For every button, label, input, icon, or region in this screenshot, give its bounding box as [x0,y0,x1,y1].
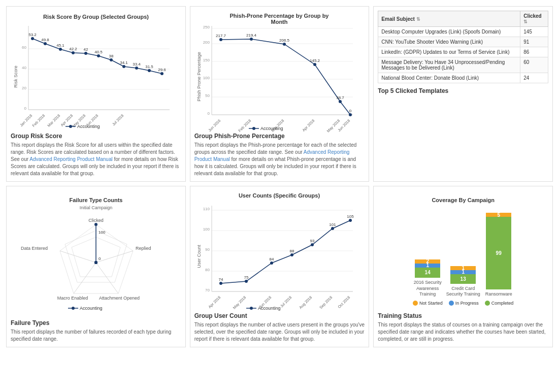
svg-text:Jul 2018: Jul 2018 [279,295,292,308]
svg-text:90: 90 [206,247,210,252]
svg-point-42 [69,125,72,128]
svg-text:38: 38 [109,54,113,58]
svg-text:145.2: 145.2 [310,58,320,63]
svg-text:150: 150 [203,58,210,62]
svg-text:100: 100 [203,227,210,232]
svg-text:Apr 2018: Apr 2018 [208,295,222,309]
coverage-section-title: Training Status [378,312,548,319]
legend-item: Not Started [413,301,443,306]
svg-point-18 [110,58,113,61]
email-cell: Desktop Computer Upgrades (Link) (Spoofs… [378,27,520,37]
failure-types-section-title: Failure Types [11,319,181,326]
svg-text:Month: Month [271,19,288,25]
svg-text:Data Entered: Data Entered [21,246,48,251]
table-row: LinkedIn: (GDPR) Updates to our Terms of… [378,47,548,57]
svg-text:Failure Type Counts: Failure Type Counts [69,197,122,203]
svg-point-144 [250,307,253,310]
svg-text:Risk Score: Risk Score [13,66,18,88]
svg-text:105: 105 [347,214,354,219]
svg-point-124 [270,262,273,265]
risk-score-link[interactable]: Advanced Reporting Product Manual [29,156,112,162]
user-counts-section-title: Group User Count [194,312,365,319]
bar-in-progress: 1 [450,270,476,274]
svg-point-106 [72,307,75,310]
failure-types-chart: Failure Type Counts Initial Campaign [11,190,181,319]
clicked-header: Clicked ⇅ [520,11,548,27]
phish-prone-desc: This report displays the Phish-prone per… [194,142,365,177]
coverage-desc: This report displays the status of cours… [378,321,548,343]
svg-point-20 [135,67,138,70]
svg-point-65 [339,100,342,103]
svg-point-16 [84,52,87,55]
svg-text:0: 0 [98,256,101,261]
failure-types-panel: Failure Type Counts Initial Campaign [6,186,186,347]
coverage-legend: Not StartedIn ProgressCompleted [413,301,513,306]
svg-point-12 [31,37,34,40]
svg-text:34.1: 34.1 [120,60,128,65]
legend-label: In Progress [455,301,479,306]
svg-point-21 [148,69,151,72]
svg-point-22 [160,72,163,75]
svg-text:Accounting: Accounting [80,306,103,311]
svg-text:Macro Enabled: Macro Enabled [57,296,88,301]
legend-color [449,301,454,306]
svg-text:Sep 2018: Sep 2018 [319,295,334,310]
legend-label: Completed [491,301,514,306]
svg-point-123 [245,280,248,283]
svg-text:Oct 2018: Oct 2018 [337,295,351,309]
svg-text:Jun 2016: Jun 2016 [208,118,222,133]
svg-text:100: 100 [203,76,210,80]
risk-score-svg: Risk Score By Group (Selected Groups) Ri… [12,11,180,133]
svg-text:93: 93 [310,239,315,243]
bar-completed: 99 [486,217,511,289]
svg-text:0: 0 [208,111,210,116]
bar-label: Ransomware [485,291,512,298]
top5-clicked-panel: Email Subject ⇅ Clicked ⇅ Desktop Comput… [373,6,553,182]
svg-text:Apr 2018: Apr 2018 [302,118,316,133]
svg-text:200: 200 [203,40,210,45]
svg-point-97 [94,261,97,264]
clicked-cell: 145 [520,27,548,37]
legend-label: Not Started [419,301,443,306]
svg-text:Accounting: Accounting [77,124,100,129]
svg-text:60: 60 [22,45,26,50]
svg-text:31.5: 31.5 [145,64,153,69]
clicked-cell: 60 [520,57,548,73]
svg-text:Accounting: Accounting [260,126,283,131]
user-counts-svg: User Counts (Specific Groups) User Count… [195,190,363,312]
bar-group: 1311Credit Card Security Training [445,266,481,298]
svg-text:88: 88 [290,249,294,253]
clicked-cell: 86 [520,47,548,57]
svg-text:70: 70 [206,288,210,292]
svg-point-62 [250,38,253,41]
risk-score-chart: Risk Score By Group (Selected Groups) Ri… [11,11,181,133]
svg-point-61 [219,38,222,41]
table-row: Message Delivery: You Have 34 Unprocesse… [378,57,548,73]
svg-text:Clicked: Clicked [88,218,104,223]
email-cell: Message Delivery: You Have 34 Unprocesse… [378,57,520,73]
svg-text:Aug 2018: Aug 2018 [299,295,313,310]
svg-point-122 [219,282,222,285]
svg-text:84: 84 [270,257,274,262]
table-row: National Blood Center: Donate Blood (Lin… [378,73,548,83]
bar-label: 2016 Security Awareness Training [410,280,445,298]
table-row: CNN: YouTube Shooter Video Warning (Link… [378,37,548,47]
svg-point-13 [44,42,47,45]
svg-text:Mar 2018: Mar 2018 [46,113,61,128]
svg-text:0: 0 [24,106,26,111]
svg-text:Feb 2018: Feb 2018 [238,118,252,133]
coverage-panel: Coverage By Campaign 14122016 Security A… [373,186,553,347]
coverage-bars: 14122016 Security Awareness Training1311… [407,206,519,298]
phish-prone-chart: Phish-Prone Percentage by Group by Month… [194,11,365,133]
svg-line-91 [60,251,96,263]
clicked-sort-icon: ⇅ [523,19,528,24]
svg-text:40.5: 40.5 [94,50,103,54]
svg-text:42.2: 42.2 [69,47,77,51]
user-counts-chart: User Counts (Specific Groups) User Count… [194,190,365,312]
legend-item: Completed [485,301,514,306]
legend-item: In Progress [449,301,479,306]
svg-point-64 [313,63,316,66]
svg-text:40: 40 [22,66,26,70]
svg-text:42: 42 [83,47,88,52]
svg-point-126 [311,243,314,246]
